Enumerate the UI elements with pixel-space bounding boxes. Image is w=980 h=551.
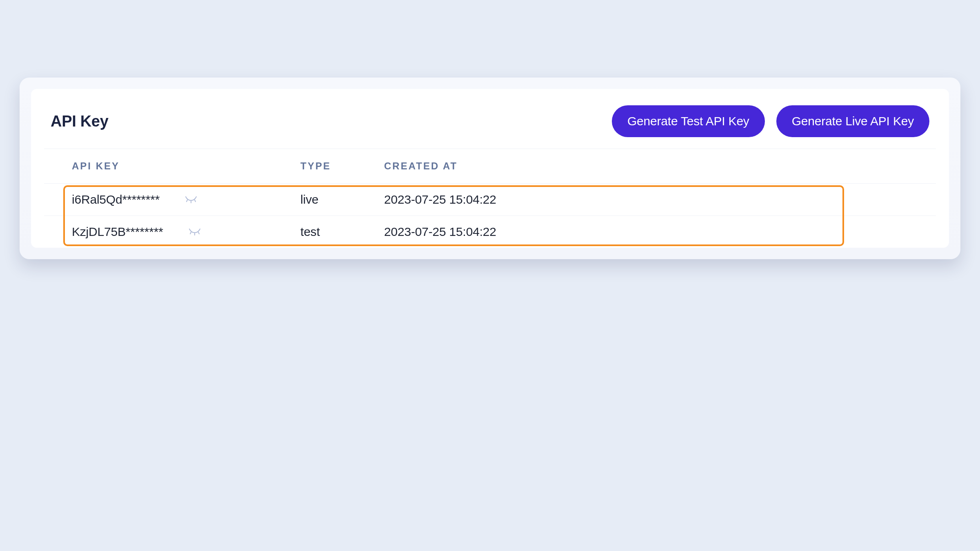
reveal-key-icon[interactable] [184, 193, 198, 207]
reveal-key-icon[interactable] [188, 225, 202, 239]
api-key-card: API Key Generate Test API Key Generate L… [20, 78, 960, 259]
api-key-panel: API Key Generate Test API Key Generate L… [31, 89, 949, 248]
cell-api-key: i6Ral5Qd******** [72, 193, 300, 207]
button-group: Generate Test API Key Generate Live API … [612, 105, 929, 137]
api-key-value: i6Ral5Qd******** [72, 193, 160, 207]
cell-created-at: 2023-07-25 15:04:22 [384, 225, 936, 239]
table-row: KzjDL75B******** test 2023-07-25 15:04:2… [44, 216, 936, 248]
table-body: i6Ral5Qd******** live 2023-07-25 15:04:2… [44, 184, 936, 248]
table-row: i6Ral5Qd******** live 2023-07-25 15:04:2… [44, 184, 936, 216]
api-key-value: KzjDL75B******** [72, 225, 163, 239]
generate-test-api-key-button[interactable]: Generate Test API Key [612, 105, 765, 137]
svg-line-2 [195, 200, 196, 202]
cell-type: live [300, 193, 384, 207]
generate-live-api-key-button[interactable]: Generate Live API Key [776, 105, 929, 137]
column-header-created-at: CREATED AT [384, 160, 936, 172]
column-header-type: TYPE [300, 160, 384, 172]
cell-api-key: KzjDL75B******** [72, 225, 300, 239]
panel-header: API Key Generate Test API Key Generate L… [44, 105, 936, 149]
panel-title: API Key [51, 113, 109, 130]
svg-line-0 [187, 200, 187, 202]
api-key-table: API KEY TYPE CREATED AT i6Ral5Qd********… [44, 149, 936, 248]
column-header-api-key: API KEY [72, 160, 300, 172]
svg-line-3 [190, 232, 191, 234]
cell-type: test [300, 225, 384, 239]
table-header-row: API KEY TYPE CREATED AT [44, 149, 936, 184]
cell-created-at: 2023-07-25 15:04:22 [384, 193, 936, 207]
svg-line-5 [198, 232, 199, 234]
